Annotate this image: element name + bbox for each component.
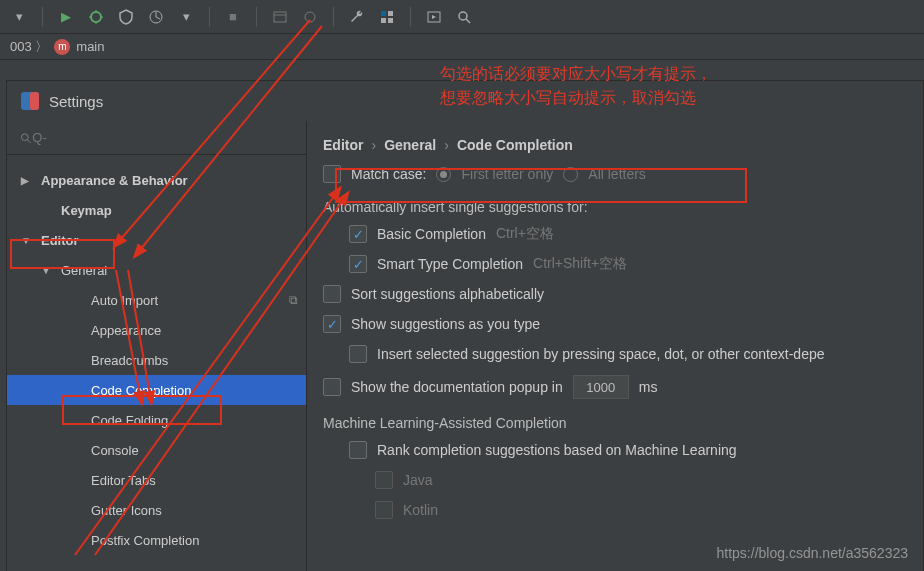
ml-kotlin-label: Kotlin [403, 502, 438, 518]
svg-rect-16 [30, 92, 39, 110]
nav-breadcrumb: 003 〉 m main [0, 34, 924, 60]
ml-java-label: Java [403, 472, 433, 488]
all-letters-label: All letters [588, 166, 646, 182]
watermark: https://blog.csdn.net/a3562323 [717, 545, 908, 561]
profile-button[interactable] [145, 6, 167, 28]
scope-indicator-icon: ⧉ [289, 293, 298, 307]
ml-kotlin-checkbox[interactable] [375, 501, 393, 519]
svg-rect-8 [381, 11, 386, 16]
show-doc-ms-input[interactable] [573, 375, 629, 399]
insert-on-space-label: Insert selected suggestion by pressing s… [377, 346, 825, 362]
basic-completion-shortcut: Ctrl+空格 [496, 225, 554, 243]
more-run-button[interactable]: ▾ [175, 6, 197, 28]
project-structure-button[interactable] [376, 6, 398, 28]
tree-breadcrumbs[interactable]: Breadcrumbs [7, 345, 306, 375]
svg-rect-6 [274, 12, 286, 22]
smart-completion-shortcut: Ctrl+Shift+空格 [533, 255, 627, 273]
wrench-settings-button[interactable] [346, 6, 368, 28]
path-segment[interactable]: 003 〉 [10, 38, 48, 56]
app-icon [21, 92, 39, 110]
search-everywhere-button[interactable] [453, 6, 475, 28]
svg-rect-9 [388, 11, 393, 16]
main-icon: m [54, 39, 70, 55]
sort-alpha-label: Sort suggestions alphabetically [351, 286, 544, 302]
svg-rect-11 [388, 18, 393, 23]
first-letter-label: First letter only [461, 166, 553, 182]
tree-console[interactable]: Console [7, 435, 306, 465]
layout-button[interactable] [269, 6, 291, 28]
match-case-checkbox[interactable] [323, 165, 341, 183]
all-letters-radio[interactable] [563, 167, 578, 182]
settings-content-panel: Editor › General › Code Completion Match… [307, 121, 923, 571]
bc-code-completion: Code Completion [457, 137, 573, 153]
tree-appearance[interactable]: Appearance [7, 315, 306, 345]
settings-search[interactable] [7, 121, 306, 155]
tree-editor[interactable]: ▼Editor [7, 225, 306, 255]
show-as-type-label: Show suggestions as you type [351, 316, 540, 332]
settings-search-input[interactable] [32, 130, 294, 145]
show-doc-checkbox[interactable] [323, 378, 341, 396]
ms-label: ms [639, 379, 658, 395]
show-doc-label: Show the documentation popup in [351, 379, 563, 395]
annotation-text: 勾选的话必须要对应大小写才有提示， 想要忽略大小写自动提示，取消勾选 [440, 62, 712, 110]
rank-ml-label: Rank completion suggestions based on Mac… [377, 442, 737, 458]
bc-general[interactable]: General [384, 137, 436, 153]
smart-completion-checkbox[interactable] [349, 255, 367, 273]
dropdown-indicator[interactable]: ▾ [8, 6, 30, 28]
coverage-button[interactable] [115, 6, 137, 28]
tree-code-folding[interactable]: Code Folding [7, 405, 306, 435]
show-as-type-checkbox[interactable] [323, 315, 341, 333]
tree-postfix-completion[interactable]: Postfix Completion [7, 525, 306, 555]
svg-point-0 [91, 12, 101, 22]
run-anything-button[interactable] [423, 6, 445, 28]
svg-point-13 [459, 12, 467, 20]
search-icon [19, 131, 32, 145]
bc-editor[interactable]: Editor [323, 137, 363, 153]
svg-line-14 [466, 19, 470, 23]
content-breadcrumb: Editor › General › Code Completion [323, 131, 907, 159]
match-case-label: Match case: [351, 166, 426, 182]
sort-alpha-checkbox[interactable] [323, 285, 341, 303]
main-label[interactable]: main [76, 39, 104, 54]
tree-keymap[interactable]: Keymap [7, 195, 306, 225]
stop-button[interactable]: ■ [222, 6, 244, 28]
settings-tree-panel: ▶Appearance & Behavior Keymap ▼Editor ▼G… [7, 121, 307, 571]
tree-auto-import[interactable]: Auto Import⧉ [7, 285, 306, 315]
svg-rect-10 [381, 18, 386, 23]
svg-line-18 [27, 139, 30, 142]
settings-title: Settings [49, 93, 103, 110]
debug-button[interactable] [85, 6, 107, 28]
main-toolbar: ▾ ▶ ▾ ■ [0, 0, 924, 34]
insert-on-space-checkbox[interactable] [349, 345, 367, 363]
tree-gutter-icons[interactable]: Gutter Icons [7, 495, 306, 525]
tree-code-completion[interactable]: Code Completion [7, 375, 306, 405]
basic-completion-checkbox[interactable] [349, 225, 367, 243]
tree-general[interactable]: ▼General [7, 255, 306, 285]
basic-completion-label: Basic Completion [377, 226, 486, 242]
tree-appearance-behavior[interactable]: ▶Appearance & Behavior [7, 165, 306, 195]
auto-insert-header: Automatically insert single suggestions … [323, 189, 907, 219]
svg-point-17 [21, 133, 28, 140]
smart-completion-label: Smart Type Completion [377, 256, 523, 272]
settings-dialog: Settings ▶Appearance & Behavior Keymap ▼… [6, 80, 924, 571]
ml-header: Machine Learning-Assisted Completion [323, 405, 907, 435]
ml-java-checkbox[interactable] [375, 471, 393, 489]
run-button[interactable]: ▶ [55, 6, 77, 28]
rank-ml-checkbox[interactable] [349, 441, 367, 459]
tree-editor-tabs[interactable]: Editor Tabs [7, 465, 306, 495]
first-letter-radio[interactable] [436, 167, 451, 182]
sync-button[interactable] [299, 6, 321, 28]
